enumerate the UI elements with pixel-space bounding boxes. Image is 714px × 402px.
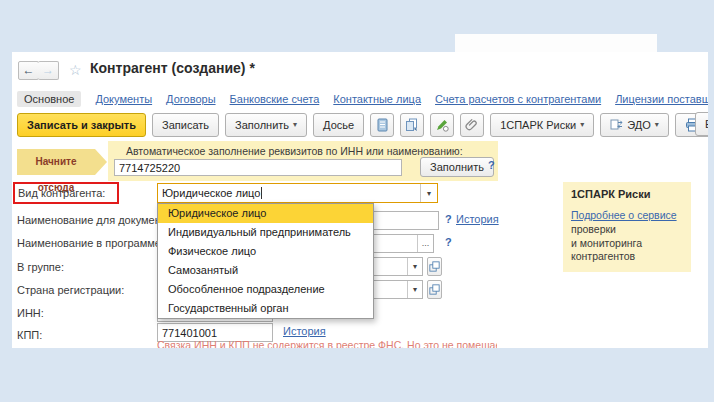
copy-documents-icon — [405, 118, 419, 132]
kpp-label: КПП: — [17, 329, 42, 341]
dossier-button[interactable]: Досье — [313, 113, 364, 137]
group-open-button[interactable] — [427, 257, 442, 276]
spark-risks-panel: 1СПАРК Риски Подробнее о сервисе проверк… — [563, 182, 691, 272]
tab-documents[interactable]: Документы — [95, 93, 152, 105]
save-button[interactable]: Записать — [152, 113, 219, 137]
tab-alcohol-licenses[interactable]: Лицензии поставщиков алкогольной продукц… — [615, 93, 708, 105]
spark-panel-title: 1СПАРК Риски — [571, 188, 683, 200]
text-cursor — [261, 187, 262, 199]
chevron-down-icon[interactable]: ▾ — [407, 281, 422, 298]
dropdown-item-self-employed[interactable]: Самозанятый — [158, 261, 373, 280]
account-card-button[interactable] — [370, 113, 394, 137]
dropdown-item-government-body[interactable]: Государственный орган — [158, 299, 373, 318]
background-window-fragment — [455, 34, 657, 52]
paperclip-icon — [465, 118, 479, 132]
edo-exchange-icon — [610, 118, 623, 131]
inn-search-input[interactable] — [114, 159, 402, 176]
chevron-down-icon: ▾ — [580, 120, 584, 129]
save-and-close-button[interactable]: Записать и закрыть — [17, 113, 146, 137]
spark-panel-line1: проверки — [571, 223, 683, 237]
more-button-clipped[interactable]: Е — [695, 112, 708, 136]
chevron-down-icon: ▾ — [655, 120, 659, 129]
spark-panel-line2: и мониторинга контрагентов — [571, 237, 683, 264]
inn-kpp-warning-text: Связка ИНН и КПП не содержится в реестре… — [157, 339, 497, 348]
spark-more-link[interactable]: Подробнее о сервисе — [571, 209, 677, 221]
spark-risks-label: 1СПАРК Риски — [500, 119, 576, 131]
fill-by-inn-button[interactable]: Заполнить — [420, 157, 494, 177]
tab-settlement-accounts[interactable]: Счета расчетов с контрагентами — [435, 93, 601, 105]
open-link-icon — [429, 261, 440, 272]
tab-bank-accounts[interactable]: Банковские счета — [230, 93, 320, 105]
section-tabs: Основное Документы Договоры Банковские с… — [17, 91, 708, 107]
auto-fill-banner: Автоматическое заполнение реквизитов по … — [108, 141, 498, 181]
page-title: Контрагент (создание) * — [90, 60, 255, 76]
chevron-down-icon[interactable]: ▾ — [407, 258, 422, 275]
kind-dropdown-list: Юридическое лицо Индивидуальный предприн… — [157, 203, 374, 319]
sign-button[interactable] — [430, 113, 454, 137]
copy-details-button[interactable] — [400, 113, 424, 137]
back-button[interactable]: ← — [18, 61, 39, 80]
inn-label: ИНН: — [17, 307, 44, 319]
chevron-down-icon[interactable]: ▾ — [420, 184, 437, 202]
fill-label: Заполнить — [235, 119, 289, 131]
dropdown-item-legal-entity[interactable]: Юридическое лицо — [158, 204, 373, 223]
spark-risks-button[interactable]: 1СПАРК Риски▾ — [490, 113, 594, 137]
country-label: Страна регистрации: — [17, 284, 124, 296]
tab-contact-persons[interactable]: Контактные лица — [333, 93, 421, 105]
screen: ← → ☆ Контрагент (создание) * Основное Д… — [0, 0, 714, 402]
auto-fill-label: Автоматическое заполнение реквизитов по … — [126, 145, 463, 157]
chevron-down-icon: ▾ — [293, 120, 297, 129]
tab-contracts[interactable]: Договоры — [166, 93, 215, 105]
open-link-icon — [429, 284, 440, 295]
kind-label-highlight: Вид контрагента: — [13, 182, 119, 204]
fill-menu-button[interactable]: Заполнить▾ — [225, 113, 307, 137]
dropdown-item-individual[interactable]: Физическое лицо — [158, 242, 373, 261]
arrow-right-icon: → — [42, 63, 54, 77]
start-here-callout: Начните отсюда — [17, 149, 95, 175]
kind-combobox[interactable]: Юридическое лицо ▾ — [157, 183, 438, 203]
counterparty-form-window: ← → ☆ Контрагент (создание) * Основное Д… — [12, 52, 708, 348]
forward-button[interactable]: → — [38, 61, 59, 80]
kind-value: Юридическое лицо — [158, 187, 260, 199]
name-docs-help[interactable]: ? — [445, 213, 452, 225]
arrow-left-icon: ← — [23, 63, 35, 77]
kind-label: Вид контрагента: — [18, 187, 105, 199]
kpp-history-link[interactable]: История — [283, 325, 326, 337]
banner-help-link[interactable]: ? — [488, 159, 495, 171]
attachments-button[interactable] — [460, 113, 484, 137]
tab-main[interactable]: Основное — [17, 91, 81, 107]
document-card-icon — [376, 118, 389, 132]
name-docs-history-link[interactable]: История — [456, 213, 499, 225]
toolbar: Записать и закрыть Записать Заполнить▾ Д… — [17, 112, 708, 137]
country-open-button[interactable] — [427, 280, 442, 299]
edo-label: ЭДО — [627, 119, 651, 131]
dropdown-item-separate-division[interactable]: Обособленное подразделение — [158, 280, 373, 299]
group-label: В группе: — [17, 261, 64, 273]
dropdown-item-individual-entrepreneur[interactable]: Индивидуальный предприниматель — [158, 223, 373, 242]
favorite-star-icon[interactable]: ☆ — [69, 62, 82, 78]
name-app-help[interactable]: ? — [445, 236, 452, 248]
ellipsis-picker-icon[interactable]: ... — [417, 235, 433, 252]
name-app-label: Наименование в программе: — [17, 237, 164, 249]
pencil-sign-icon — [435, 118, 449, 132]
edo-button[interactable]: ЭДО▾ — [600, 113, 669, 137]
